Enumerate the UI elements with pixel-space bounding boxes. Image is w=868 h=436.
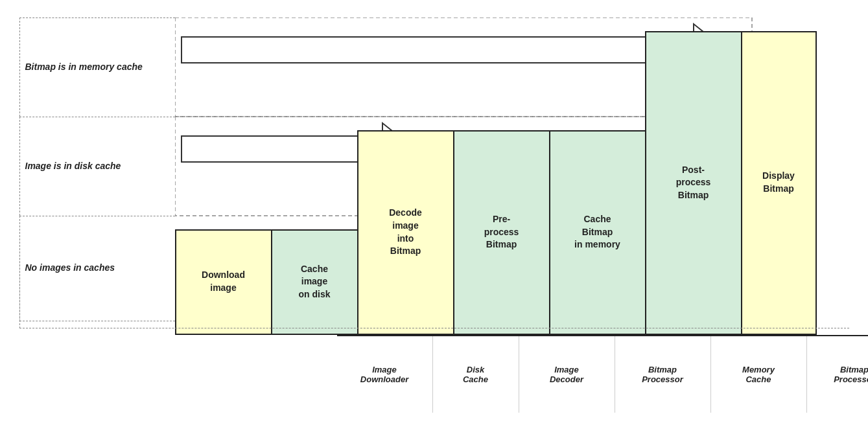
row-label-mid: Image is in disk cache xyxy=(19,117,175,216)
col-label-bitmap-proc1: BitmapProcessor xyxy=(615,336,711,413)
col-cache-memory: CacheBitmapin memory xyxy=(549,130,645,335)
col-label-bitmap-proc2: BitmapProcessor xyxy=(807,336,869,413)
diagram-wrapper: Bitmap is in memory cache Image is in di… xyxy=(13,11,856,426)
col-label-diskcache: DiskCache xyxy=(433,336,519,413)
col-postprocess-bitmap: Post-processBitmap xyxy=(645,31,741,335)
content-area: Downloadimage Cacheimageon disk Decodeim… xyxy=(175,17,849,335)
col-decode-image: DecodeimageintoBitmap xyxy=(357,130,453,335)
col-label-memory-cache: MemoryCache xyxy=(711,336,807,413)
col-label-decoder: ImageDecoder xyxy=(519,336,615,413)
row-label-top: Bitmap is in memory cache xyxy=(19,17,175,117)
col-label-downloader: ImageDownloader xyxy=(337,336,433,413)
row-label-bot: No images in caches xyxy=(19,216,175,321)
columns-row: Downloadimage Cacheimageon disk Decodeim… xyxy=(175,31,849,335)
col-cache-disk: Cacheimageon disk xyxy=(271,229,357,335)
col-download-image: Downloadimage xyxy=(175,229,271,335)
row-label-mid-text: Image is in disk cache xyxy=(25,160,121,173)
col-display-bitmap: DisplayBitmap xyxy=(741,31,817,335)
row-label-top-text: Bitmap is in memory cache xyxy=(25,61,143,74)
row-label-bot-text: No images in caches xyxy=(25,262,115,275)
row-labels: Bitmap is in memory cache Image is in di… xyxy=(19,17,175,335)
col-preprocess-bitmap: Pre-processBitmap xyxy=(453,130,549,335)
labels-row: ImageDownloader DiskCache ImageDecoder B… xyxy=(337,335,869,413)
